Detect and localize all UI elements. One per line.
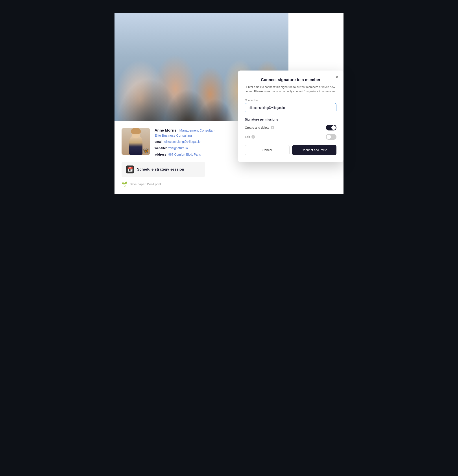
dialog-title: Connect signature to a member: [245, 77, 336, 82]
email-label: email:: [155, 140, 163, 144]
profile-email-row: email: eliteconsulting@villegas.io: [155, 139, 215, 144]
edit-label: Edit: [245, 135, 250, 139]
website-value[interactable]: mysignature.io: [168, 146, 188, 150]
connect-to-label: Connect to: [245, 99, 336, 102]
edit-label-group: Edit i: [245, 135, 255, 139]
create-delete-toggle[interactable]: [326, 125, 336, 130]
profile-company: Elite Business Consulting: [155, 134, 215, 137]
dialog-subtitle: Enter email to connect this signature to…: [245, 85, 336, 94]
calendar-icon: 📅: [126, 165, 134, 173]
profile-name: Anne Morris: [155, 128, 176, 132]
avatar-person-shape: [129, 135, 142, 155]
eco-row: 🌱 Save paper. Don't print: [122, 181, 229, 187]
schedule-button-label: Schedule strategy session: [137, 167, 184, 172]
permissions-title: Signature permissions: [245, 118, 336, 121]
close-button[interactable]: ×: [334, 74, 340, 80]
profile-name-row: Anne Morris Management Consultant: [155, 128, 215, 133]
profile-address-row: address: 987 Comfort Blvd, Paris: [155, 152, 215, 157]
avatar-decoration-icon: 🦋: [142, 147, 149, 153]
address-label: address:: [155, 153, 167, 156]
profile-info: Anne Morris Management Consultant Elite …: [155, 128, 215, 158]
create-delete-permission-row: Create and delete i: [245, 125, 336, 130]
bottom-bar: [115, 194, 343, 238]
edit-permission-row: Edit i: [245, 134, 336, 140]
main-content: × Connect signature to a member Enter em…: [115, 13, 343, 194]
create-delete-slider: [326, 125, 336, 130]
dialog-buttons: Cancel Connect and invite: [245, 145, 336, 155]
connect-signature-dialog: × Connect signature to a member Enter em…: [238, 70, 343, 162]
eco-text: Save paper. Don't print: [130, 182, 161, 186]
connect-to-input[interactable]: [245, 103, 336, 112]
edit-info-icon[interactable]: i: [251, 135, 255, 139]
edit-toggle[interactable]: [326, 134, 336, 140]
address-value: 987 Comfort Blvd, Paris: [168, 153, 201, 156]
create-delete-label: Create and delete: [245, 126, 269, 129]
profile-row: 🦋 Anne Morris Management Consultant Elit…: [122, 128, 229, 158]
top-bar: [115, 0, 343, 13]
create-delete-label-group: Create and delete i: [245, 126, 274, 129]
profile-title: Management Consultant: [179, 128, 215, 132]
schedule-button[interactable]: 📅 Schedule strategy session: [122, 162, 205, 177]
profile-website-row: website: mysignature.io: [155, 145, 215, 151]
cancel-button[interactable]: Cancel: [245, 145, 290, 155]
website-label: website:: [155, 146, 167, 150]
edit-slider: [326, 134, 336, 140]
create-delete-info-icon[interactable]: i: [271, 126, 274, 129]
email-value[interactable]: eliteconsulting@villegas.io: [164, 140, 200, 144]
eco-icon: 🌱: [122, 181, 127, 187]
connect-invite-button[interactable]: Connect and invite: [292, 145, 336, 155]
avatar: 🦋: [122, 128, 150, 155]
signature-section: 🦋 Anne Morris Management Consultant Elit…: [115, 121, 236, 194]
page-wrapper: × Connect signature to a member Enter em…: [115, 0, 343, 238]
